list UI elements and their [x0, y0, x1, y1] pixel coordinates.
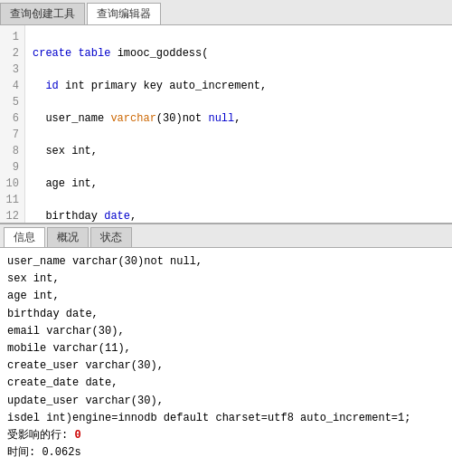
- code-line-2: id int primary key auto_increment,: [33, 78, 449, 94]
- info-line-2: sex int,: [7, 271, 445, 288]
- line-num-9: 9: [5, 159, 19, 176]
- line-numbers: 1 2 3 4 5 6 7 8 9 10 11 12 13: [0, 25, 25, 224]
- code-line-6: birthday date,: [33, 208, 449, 224]
- info-line-10: isdel int)engine=innodb default charset=…: [7, 410, 445, 427]
- editor-area: 1 2 3 4 5 6 7 8 9 10 11 12 13 create tab…: [0, 25, 452, 224]
- code-line-3: user_name varchar(30)not null,: [33, 110, 449, 127]
- line-num-5: 5: [5, 94, 19, 110]
- line-num-6: 6: [5, 110, 19, 127]
- code-content[interactable]: create table imooc_goddess( id int prima…: [25, 25, 452, 224]
- info-line-6: mobile varchar(11),: [7, 340, 445, 357]
- tab-overview[interactable]: 概况: [47, 227, 89, 247]
- code-line-5: age int,: [33, 176, 449, 192]
- info-line-5: email varchar(30),: [7, 323, 445, 340]
- bottom-content: user_name varchar(30)not null, sex int, …: [0, 248, 452, 476]
- affected-rows-line: 受影响的行: 0: [7, 427, 445, 444]
- affected-value: 0: [74, 429, 80, 442]
- tab-query-tool[interactable]: 查询创建工具: [0, 3, 85, 24]
- line-num-7: 7: [5, 127, 19, 143]
- time-value: 0.062s: [42, 446, 80, 459]
- tab-status[interactable]: 状态: [90, 227, 132, 247]
- line-num-11: 11: [5, 192, 19, 208]
- line-num-8: 8: [5, 143, 19, 159]
- bottom-panel: 信息 概况 状态 user_name varchar(30)not null, …: [0, 224, 452, 476]
- info-line-8: create_date date,: [7, 375, 445, 392]
- line-num-12: 12: [5, 208, 19, 224]
- line-num-2: 2: [5, 45, 19, 62]
- bottom-tab-bar: 信息 概况 状态: [0, 224, 452, 248]
- code-line-1: create table imooc_goddess(: [33, 45, 449, 62]
- info-line-3: age int,: [7, 288, 445, 305]
- info-line-9: update_user varchar(30),: [7, 393, 445, 410]
- line-num-3: 3: [5, 62, 19, 78]
- info-line-1: user_name varchar(30)not null,: [7, 253, 445, 271]
- code-container: 1 2 3 4 5 6 7 8 9 10 11 12 13 create tab…: [0, 25, 452, 224]
- tab-info[interactable]: 信息: [4, 227, 45, 247]
- time-label: 时间:: [7, 446, 42, 459]
- line-num-4: 4: [5, 78, 19, 94]
- line-num-1: 1: [5, 29, 19, 45]
- tab-query-editor[interactable]: 查询编辑器: [87, 3, 161, 24]
- line-num-10: 10: [5, 176, 19, 192]
- info-line-4: birthday date,: [7, 306, 445, 323]
- time-line: 时间: 0.062s: [7, 444, 445, 462]
- code-line-4: sex int,: [33, 143, 449, 159]
- main-tab-bar: 查询创建工具 查询编辑器: [0, 0, 452, 25]
- info-line-7: create_user varchar(30),: [7, 357, 445, 375]
- affected-label: 受影响的行:: [7, 429, 74, 442]
